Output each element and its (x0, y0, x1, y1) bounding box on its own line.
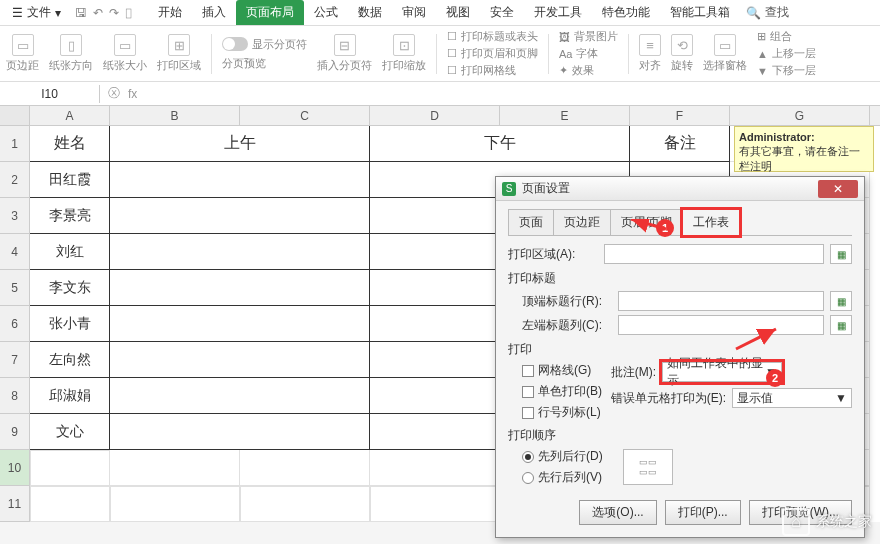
fx-label: fx (128, 87, 137, 101)
size-button[interactable]: ▭纸张大小 (103, 34, 147, 73)
top-row-label: 顶端标题行(R): (522, 293, 612, 310)
radio-down-then-over[interactable]: 先列后行(D) (522, 448, 603, 465)
print-icon[interactable]: ⌷ (125, 6, 132, 20)
wps-icon: S (502, 182, 516, 196)
ribbon-tabs: 开始 插入 页面布局 公式 数据 审阅 视图 安全 开发工具 特色功能 智能工具… (148, 0, 740, 25)
toggle-page-break[interactable]: 显示分页符 (222, 37, 307, 52)
undo-icon[interactable]: ↶ (93, 6, 103, 20)
errors-label: 错误单元格打印为(E): (611, 390, 726, 407)
comments-combo[interactable]: 如同工作表中的显示▼ (662, 362, 782, 382)
header-footer-check[interactable]: ☐ 打印页眉和页脚 (447, 46, 538, 61)
print-scale-button[interactable]: ⊡打印缩放 (382, 34, 426, 73)
cell-comment: Administrator: 有其它事宜，请在备注一栏注明 (734, 126, 874, 172)
tab-features[interactable]: 特色功能 (592, 0, 660, 25)
options-button[interactable]: 选项(O)... (579, 500, 656, 525)
bring-fwd-button[interactable]: ▲ 上移一层 (757, 46, 816, 61)
orientation-button[interactable]: ▯纸张方向 (49, 34, 93, 73)
fx-icon[interactable]: ⓧ (108, 85, 120, 102)
quick-access-toolbar: 🖫 ↶ ↷ ⌷ (69, 6, 138, 20)
order-preview-icon: ▭▭▭▭ (623, 449, 673, 485)
dialog-tabs: 页面 页边距 页眉/页脚 工作表 (508, 209, 852, 236)
ref-select-icon[interactable]: ▦ (830, 291, 852, 311)
col-header-b[interactable]: B (110, 106, 240, 125)
tab-home[interactable]: 开始 (148, 0, 192, 25)
align-button[interactable]: ≡对齐 (639, 34, 661, 73)
save-icon[interactable]: 🖫 (75, 6, 87, 20)
dialog-tab-page[interactable]: 页面 (508, 209, 554, 235)
tab-page-layout[interactable]: 页面布局 (236, 0, 304, 25)
col-header-f[interactable]: F (630, 106, 730, 125)
dialog-titlebar[interactable]: S页面设置 ✕ (496, 177, 864, 201)
print-grid-check[interactable]: ☐ 打印网格线 (447, 63, 538, 78)
chevron-down-icon: ▼ (835, 391, 847, 405)
close-button[interactable]: ✕ (818, 180, 858, 198)
col-header-a[interactable]: A (30, 106, 110, 125)
menu-bar: ☰ 文件 ▾ 🖫 ↶ ↷ ⌷ 开始 插入 页面布局 公式 数据 审阅 视图 安全… (0, 0, 880, 26)
print-titles-check[interactable]: ☐ 打印标题或表头 (447, 29, 538, 44)
select-all-corner[interactable] (0, 106, 30, 125)
radio-over-then-down[interactable]: 先行后列(V) (522, 469, 603, 486)
dialog-tab-sheet[interactable]: 工作表 (682, 209, 740, 236)
order-section: 打印顺序 (508, 427, 852, 444)
group-button[interactable]: ⊞ 组合 (757, 29, 816, 44)
page-break-preview[interactable]: 分页预览 (222, 56, 307, 71)
font-button[interactable]: Aa 字体 (559, 46, 618, 61)
print-titles-section: 打印标题 (508, 270, 852, 287)
ribbon: ▭页边距 ▯纸张方向 ▭纸张大小 ⊞打印区域 显示分页符 分页预览 ⊟插入分页符… (0, 26, 880, 82)
comments-label: 批注(M): (611, 364, 656, 381)
ref-select-icon[interactable]: ▦ (830, 244, 852, 264)
col-header-e[interactable]: E (500, 106, 630, 125)
gridlines-checkbox[interactable]: 网格线(G) (522, 362, 602, 379)
search-button[interactable]: 🔍 查找 (746, 4, 789, 21)
watermark: ⌂ 系统之家 (782, 508, 872, 536)
rowcol-checkbox[interactable]: 行号列标(L) (522, 404, 602, 421)
bw-checkbox[interactable]: 单色打印(B) (522, 383, 602, 400)
rotate-button[interactable]: ⟲旋转 (671, 34, 693, 73)
left-col-input[interactable] (618, 315, 824, 335)
watermark-text: 系统之家 (816, 513, 872, 531)
dialog-tab-margins[interactable]: 页边距 (553, 209, 611, 235)
col-header-d[interactable]: D (370, 106, 500, 125)
print-area-button[interactable]: ⊞打印区域 (157, 34, 201, 73)
print-button[interactable]: 打印(P)... (665, 500, 741, 525)
column-headers: A B C D E F G (0, 106, 880, 126)
row-header[interactable]: 1 (0, 126, 30, 162)
comment-author: Administrator: (739, 131, 815, 143)
header-morning[interactable]: 上午 (110, 126, 370, 162)
annotation-marker-2: 2 (766, 369, 784, 387)
dialog-title: 页面设置 (522, 180, 570, 197)
left-col-label: 左端标题列(C): (522, 317, 612, 334)
tab-dev[interactable]: 开发工具 (524, 0, 592, 25)
tab-formula[interactable]: 公式 (304, 0, 348, 25)
watermark-logo-icon: ⌂ (782, 508, 810, 536)
tab-data[interactable]: 数据 (348, 0, 392, 25)
tab-view[interactable]: 视图 (436, 0, 480, 25)
tab-security[interactable]: 安全 (480, 0, 524, 25)
print-area-label: 打印区域(A): (508, 246, 598, 263)
tab-smart[interactable]: 智能工具箱 (660, 0, 740, 25)
name-box[interactable]: I10 (0, 85, 100, 103)
ref-select-icon[interactable]: ▦ (830, 315, 852, 335)
header-name[interactable]: 姓名 (30, 126, 110, 162)
col-header-c[interactable]: C (240, 106, 370, 125)
redo-icon[interactable]: ↷ (109, 6, 119, 20)
file-menu[interactable]: ☰ 文件 ▾ (6, 1, 67, 24)
bg-button[interactable]: 🖼 背景图片 (559, 29, 618, 44)
print-area-input[interactable] (604, 244, 824, 264)
header-note[interactable]: 备注 (630, 126, 730, 162)
page-setup-dialog: S页面设置 ✕ 页面 页边距 页眉/页脚 工作表 打印区域(A): ▦ 打印标题… (495, 176, 865, 538)
margins-button[interactable]: ▭页边距 (6, 34, 39, 73)
insert-break-button[interactable]: ⊟插入分页符 (317, 34, 372, 73)
effects-button[interactable]: ✦ 效果 (559, 63, 618, 78)
select-pane-button[interactable]: ▭选择窗格 (703, 34, 747, 73)
top-row-input[interactable] (618, 291, 824, 311)
comment-text: 有其它事宜，请在备注一栏注明 (739, 145, 860, 171)
tab-insert[interactable]: 插入 (192, 0, 236, 25)
formula-bar: I10 ⓧfx (0, 82, 880, 106)
header-afternoon[interactable]: 下午 (370, 126, 630, 162)
col-header-g[interactable]: G (730, 106, 870, 125)
send-back-button[interactable]: ▼ 下移一层 (757, 63, 816, 78)
annotation-marker-1: 1 (656, 219, 674, 237)
tab-review[interactable]: 审阅 (392, 0, 436, 25)
errors-combo[interactable]: 显示值▼ (732, 388, 852, 408)
